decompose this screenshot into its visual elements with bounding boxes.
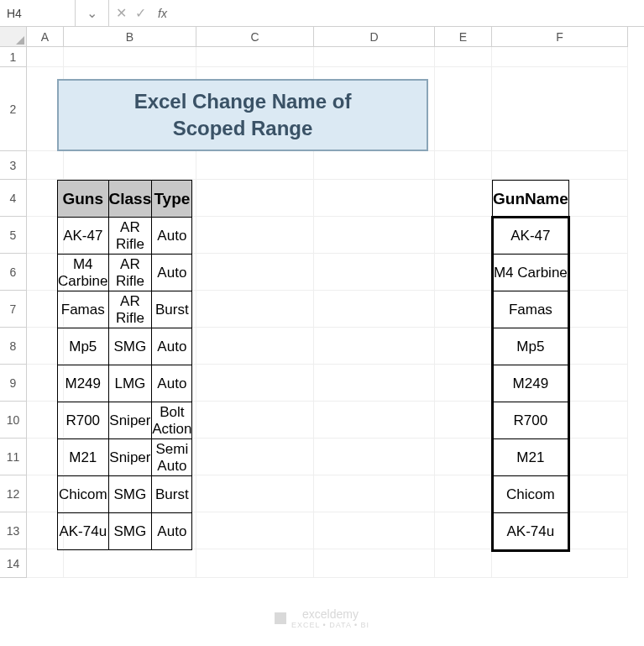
named-range-row: Famas [493,291,569,328]
row-header[interactable]: 8 [0,328,27,365]
named-range-row: Mp5 [493,328,569,365]
table-row: ChicomSMGBurst [58,476,192,513]
header-type: Type [152,181,192,218]
column-header[interactable]: E [435,27,492,47]
named-range-row: M21 [493,439,569,476]
row-header[interactable]: 11 [0,439,27,475]
named-range-header: GunName [493,181,569,218]
row-header[interactable]: 9 [0,365,27,402]
select-all-corner[interactable] [0,27,27,47]
column-header[interactable]: B [64,27,196,47]
cell-guns[interactable]: AK-47 [58,218,109,255]
cell-class[interactable]: Sniper [108,402,152,439]
row-header[interactable]: 3 [0,151,27,180]
named-range-row: Chicom [493,476,569,513]
row-header[interactable]: 1 [0,47,27,67]
cell-guns[interactable]: Chicom [58,476,109,513]
cell-type[interactable]: Auto [152,513,192,550]
row-header[interactable]: 2 [0,67,27,151]
watermark-text: exceldemy [291,607,369,621]
cell-guns[interactable]: Famas [58,291,109,328]
row-header[interactable]: 14 [0,549,27,578]
watermark: exceldemy EXCEL • DATA • BI [0,607,644,629]
column-header[interactable]: D [314,27,435,47]
named-range-row: R700 [493,402,569,439]
fx-icon[interactable]: fx [154,7,170,20]
named-range-row: AK-47 [493,218,569,255]
header-guns: Guns [58,181,109,218]
table-body: AK-47AR RifleAutoM4 CarbineAR RifleAutoF… [58,218,192,550]
named-range-cell[interactable]: Chicom [493,476,569,513]
cell-class[interactable]: SMG [108,328,152,365]
cell-type[interactable]: Burst [152,476,192,513]
cell-class[interactable]: SMG [108,513,152,550]
row-header[interactable]: 5 [0,217,27,254]
table-row: R700SniperBolt Action [58,402,192,439]
named-range-cell[interactable]: M249 [493,365,569,402]
cell-class[interactable]: Sniper [108,439,152,476]
named-range-cell[interactable]: Famas [493,291,569,328]
cell-type[interactable]: Semi Auto [152,439,192,476]
table-header-row: Guns Class Type [58,181,192,218]
row-header[interactable]: 12 [0,475,27,512]
cell-guns[interactable]: R700 [58,402,109,439]
name-box[interactable]: H4 [0,0,76,26]
table-row: M21SniperSemi Auto [58,439,192,476]
cell-class[interactable]: AR Rifle [108,255,152,291]
named-range-body: AK-47M4 CarbineFamasMp5M249R700M21Chicom… [493,218,569,550]
cell-guns[interactable]: Mp5 [58,328,109,365]
table-row: AK-74uSMGAuto [58,513,192,550]
row-headers-column: 1234567891011121314 [0,47,27,578]
watermark-icon [275,612,286,624]
cell-class[interactable]: LMG [108,365,152,402]
cancel-icon[interactable]: ✕ [116,5,127,21]
cell-guns[interactable]: M249 [58,365,109,402]
named-range-cell[interactable]: M4 Carbine [493,255,569,291]
cell-type[interactable]: Auto [152,328,192,365]
named-range-cell[interactable]: AK-47 [493,218,569,255]
title-text: Excel Change Name of Scoped Range [134,88,352,143]
row-header[interactable]: 13 [0,512,27,549]
table-row: M249LMGAuto [58,365,192,402]
spreadsheet-grid: ABCDEF 1234567891011121314 Excel Change … [0,27,644,578]
table-row: M4 CarbineAR RifleAuto [58,255,192,291]
cell-class[interactable]: SMG [108,476,152,513]
cell-guns[interactable]: M4 Carbine [58,255,109,291]
cell-type[interactable]: Auto [152,218,192,255]
cell-type[interactable]: Burst [152,291,192,328]
named-range-cell[interactable]: AK-74u [493,513,569,550]
column-header[interactable]: C [196,27,314,47]
main-data-table: Guns Class Type AK-47AR RifleAutoM4 Carb… [57,180,192,550]
row-header[interactable]: 6 [0,254,27,291]
column-header[interactable]: F [492,27,628,47]
row-header[interactable]: 4 [0,180,27,217]
named-range-cell[interactable]: Mp5 [493,328,569,365]
named-range-cell[interactable]: R700 [493,402,569,439]
column-headers-row: ABCDEF [0,27,644,47]
table-row: FamasAR RifleBurst [58,291,192,328]
table-row: Mp5SMGAuto [58,328,192,365]
header-class: Class [108,181,152,218]
formula-controls: ✕ ✓ fx [109,0,177,26]
cell-class[interactable]: AR Rifle [108,291,152,328]
cell-type[interactable]: Auto [152,255,192,291]
confirm-icon[interactable]: ✓ [135,5,146,21]
cell-type[interactable]: Bolt Action [152,402,192,439]
named-range-row: M4 Carbine [493,255,569,291]
named-range-row: M249 [493,365,569,402]
column-header[interactable]: A [27,27,64,47]
cell-guns[interactable]: M21 [58,439,109,476]
cell-type[interactable]: Auto [152,365,192,402]
cell-guns[interactable]: AK-74u [58,513,109,550]
cell-class[interactable]: AR Rifle [108,218,152,255]
row-header[interactable]: 10 [0,402,27,439]
watermark-subtext: EXCEL • DATA • BI [291,621,369,629]
named-range-cell[interactable]: M21 [493,439,569,476]
formula-bar: H4 ⌄ ✕ ✓ fx [0,0,644,27]
title-merged-cell: Excel Change Name of Scoped Range [57,79,428,151]
name-box-dropdown[interactable]: ⌄ [76,0,109,26]
table-row: AK-47AR RifleAuto [58,218,192,255]
named-range-table: GunName AK-47M4 CarbineFamasMp5M249R700M… [492,180,569,550]
named-range-row: AK-74u [493,513,569,550]
row-header[interactable]: 7 [0,291,27,328]
